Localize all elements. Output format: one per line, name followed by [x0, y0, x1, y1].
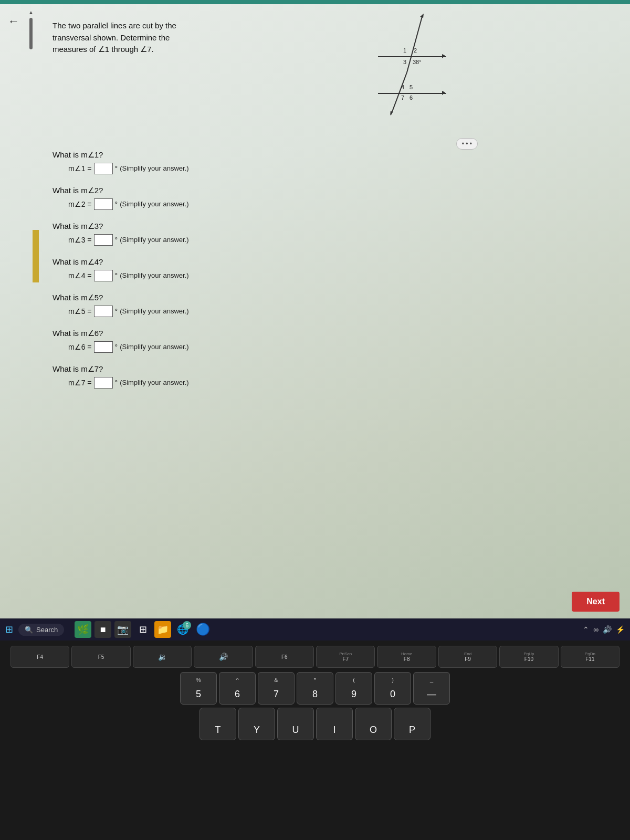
key-f6[interactable]: F6: [255, 646, 314, 668]
equation-label-3: m∠3 =: [68, 236, 92, 244]
scroll-thumb[interactable]: [29, 18, 33, 49]
hint-2: (Simplify your answer.): [120, 200, 188, 208]
degree-6: °: [115, 343, 118, 351]
equation-label-4: m∠4 =: [68, 271, 92, 280]
question-block-7: What is m∠7? m∠7 = ° (Simplify your answ…: [52, 364, 598, 388]
wifi-icon[interactable]: ∞: [593, 625, 598, 634]
questions-area: What is m∠1? m∠1 = ° (Simplify your answ…: [52, 150, 598, 388]
hint-3: (Simplify your answer.): [120, 236, 188, 244]
key-volume-up[interactable]: 🔊: [194, 646, 253, 668]
key-7[interactable]: & 7: [258, 672, 295, 705]
answer-input-4[interactable]: [94, 270, 113, 281]
question-label-2: What is m∠2?: [52, 186, 598, 195]
top-bar: [0, 0, 630, 4]
key-f4[interactable]: F4: [10, 646, 69, 668]
question-block-4: What is m∠4? m∠4 = ° (Simplify your answ…: [52, 257, 598, 281]
answer-row-1: m∠1 = ° (Simplify your answer.): [68, 163, 598, 174]
answer-input-3[interactable]: [94, 234, 113, 246]
question-block-6: What is m∠6? m∠6 = ° (Simplify your answ…: [52, 329, 598, 353]
degree-4: °: [115, 271, 118, 280]
question-block-5: What is m∠5? m∠5 = ° (Simplify your answ…: [52, 293, 598, 317]
key-pgup[interactable]: PgUp F10: [499, 646, 558, 668]
yellow-strip: [33, 230, 39, 282]
question-label-4: What is m∠4?: [52, 257, 598, 267]
key-u[interactable]: U: [277, 708, 314, 740]
answer-input-7[interactable]: [94, 377, 113, 388]
degree-2: °: [115, 200, 118, 208]
key-home[interactable]: Home F8: [377, 646, 436, 668]
answer-input-2[interactable]: [94, 198, 113, 210]
question-label-3: What is m∠3?: [52, 222, 598, 231]
question-block-2: What is m∠2? m∠2 = ° (Simplify your answ…: [52, 186, 598, 210]
taskbar-app-files[interactable]: 🌿: [75, 621, 91, 638]
svg-text:38°: 38°: [413, 59, 422, 65]
next-button[interactable]: Next: [572, 592, 620, 612]
more-options-button[interactable]: • • •: [456, 138, 478, 150]
key-o[interactable]: O: [355, 708, 392, 740]
svg-marker-2: [420, 14, 424, 18]
geometry-diagram: 2 1 3 38° 4 5 7 6: [378, 9, 446, 125]
svg-text:5: 5: [410, 84, 413, 90]
hint-7: (Simplify your answer.): [120, 379, 188, 386]
answer-row-4: m∠4 = ° (Simplify your answer.): [68, 270, 598, 281]
key-end[interactable]: End F9: [438, 646, 497, 668]
answer-row-3: m∠3 = ° (Simplify your answer.): [68, 234, 598, 246]
hint-6: (Simplify your answer.): [120, 343, 188, 351]
key-prtscn[interactable]: PrtScn F7: [316, 646, 375, 668]
letter-key-row: T Y U I O P: [10, 708, 620, 740]
answer-row-2: m∠2 = ° (Simplify your answer.): [68, 198, 598, 210]
key-f5[interactable]: F5: [71, 646, 130, 668]
key-pgdn[interactable]: PgDn F11: [561, 646, 620, 668]
taskbar-app-terminal[interactable]: ■: [94, 621, 111, 638]
key-volume-down[interactable]: 🔉: [133, 646, 192, 668]
answer-input-1[interactable]: [94, 163, 113, 174]
key-6[interactable]: ^ 6: [219, 672, 256, 705]
search-label: Search: [36, 626, 58, 634]
question-label-1: What is m∠1?: [52, 150, 598, 160]
hint-1: (Simplify your answer.): [120, 164, 188, 172]
key-minus[interactable]: _ —: [413, 672, 450, 705]
screen-area: ← ▲ The two parallel lines are cut by th…: [0, 0, 630, 620]
equation-label-6: m∠6 =: [68, 343, 92, 351]
svg-text:6: 6: [410, 94, 413, 101]
battery-icon[interactable]: ⚡: [616, 625, 625, 634]
taskbar-search[interactable]: 🔍 Search: [18, 624, 64, 636]
answer-input-6[interactable]: [94, 341, 113, 353]
degree-5: °: [115, 307, 118, 316]
taskbar-app-camera[interactable]: 📷: [114, 621, 131, 638]
question-label-6: What is m∠6?: [52, 329, 598, 338]
answer-row-6: m∠6 = ° (Simplify your answer.): [68, 341, 598, 353]
caret-up-icon[interactable]: ⌃: [583, 625, 589, 634]
answer-input-5[interactable]: [94, 306, 113, 317]
taskbar-app-chromium[interactable]: 🔵: [194, 621, 211, 638]
windows-start-button[interactable]: ⊞: [5, 624, 13, 635]
key-t[interactable]: T: [200, 708, 236, 740]
scroll-bar: ▲: [29, 4, 33, 620]
system-tray: ⌃ ∞ 🔊 ⚡: [583, 625, 625, 634]
diagram-container: 2 1 3 38° 4 5 7 6: [378, 9, 446, 127]
problem-line2: transversal shown. Determine the: [52, 33, 170, 42]
degree-1: °: [115, 164, 118, 173]
key-i[interactable]: I: [316, 708, 353, 740]
number-key-row: % 5 ^ 6 & 7 * 8 ( 9 ) 0 _ —: [10, 672, 620, 705]
key-9[interactable]: ( 9: [335, 672, 372, 705]
key-y[interactable]: Y: [238, 708, 275, 740]
back-arrow[interactable]: ←: [8, 15, 19, 28]
hint-4: (Simplify your answer.): [120, 271, 188, 279]
key-8[interactable]: * 8: [297, 672, 333, 705]
search-icon: 🔍: [25, 626, 33, 634]
scroll-up-arrow[interactable]: ▲: [28, 9, 34, 15]
svg-text:3: 3: [403, 59, 406, 65]
equation-label-2: m∠2 =: [68, 200, 92, 208]
answer-row-5: m∠5 = ° (Simplify your answer.): [68, 306, 598, 317]
taskbar-app-folder[interactable]: 📁: [154, 621, 171, 638]
volume-icon[interactable]: 🔊: [603, 625, 612, 634]
key-p[interactable]: P: [394, 708, 430, 740]
answer-row-7: m∠7 = ° (Simplify your answer.): [68, 377, 598, 388]
key-5[interactable]: % 5: [180, 672, 217, 705]
question-label-5: What is m∠5?: [52, 293, 598, 302]
taskbar-app-icons: 🌿 ■ 📷 ⊞ 📁 🌐 6 🔵: [75, 621, 211, 638]
taskbar-app-grid[interactable]: ⊞: [134, 621, 151, 638]
key-0[interactable]: ) 0: [374, 672, 411, 705]
svg-text:4: 4: [401, 84, 404, 90]
